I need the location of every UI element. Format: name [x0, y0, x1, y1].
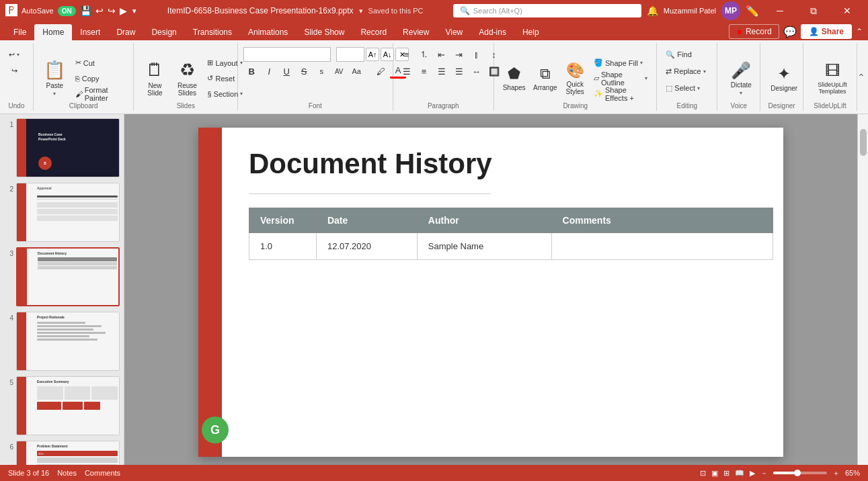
tab-review[interactable]: Review	[395, 24, 437, 40]
change-case-button[interactable]: Aa	[348, 64, 364, 79]
undo-quick-icon[interactable]: ↩	[95, 5, 104, 16]
undo-button[interactable]: ↩ ▾	[5, 47, 23, 62]
slide-preview-5[interactable]: Executive Summary	[16, 376, 120, 435]
close-button[interactable]: ✕	[832, 0, 863, 21]
tab-insert[interactable]: Insert	[72, 24, 108, 40]
user-avatar[interactable]: MP	[721, 1, 740, 20]
justify-button[interactable]: ☰	[451, 64, 467, 79]
canvas-area[interactable]: G Document History Version Date Author C…	[124, 114, 857, 465]
slide-sorter-icon[interactable]: ⊞	[723, 469, 729, 478]
tab-animations[interactable]: Animations	[240, 24, 296, 40]
reuse-slides-button[interactable]: ♻ Reuse Slides	[171, 56, 202, 101]
slide-preview-6[interactable]: Problem Statement 65%	[16, 441, 120, 465]
notes-button[interactable]: Notes	[57, 469, 77, 477]
text-direction-button[interactable]: ↔	[469, 64, 485, 79]
strikethrough-button[interactable]: S	[296, 64, 312, 79]
align-right-button[interactable]: ☰	[434, 64, 450, 79]
decrease-font-button[interactable]: A↓	[381, 48, 394, 61]
italic-button[interactable]: I	[261, 64, 277, 79]
shape-fill-button[interactable]: 🪣 Shape Fill ▾	[590, 56, 651, 71]
shapes-button[interactable]: ⬟ Shapes	[500, 56, 528, 101]
dropdown-quick-icon[interactable]: ▼	[131, 7, 138, 15]
bold-button[interactable]: B	[243, 64, 260, 79]
slideshow-icon[interactable]: ▶	[750, 469, 755, 478]
shadow-button[interactable]: s	[313, 64, 329, 79]
alert-icon[interactable]: 🔔	[647, 5, 658, 16]
dictate-button[interactable]: 🎤 Dictate ▾	[723, 56, 759, 101]
zoom-out-button[interactable]: －	[760, 468, 768, 478]
fit-slide-icon[interactable]: ⊡	[700, 469, 706, 478]
slide-preview-2[interactable]: Approval	[16, 183, 120, 242]
restore-button[interactable]: ⧉	[798, 0, 829, 21]
new-slide-button[interactable]: 🗒 New Slide	[139, 56, 170, 101]
slide-thumb-3[interactable]: 3 Document History	[3, 246, 121, 308]
comments-icon[interactable]: 💬	[783, 26, 797, 38]
font-name-input[interactable]	[243, 47, 331, 62]
save-icon[interactable]: 💾	[80, 5, 91, 16]
tab-addins[interactable]: Add-ins	[471, 24, 514, 40]
cut-button[interactable]: ✂ Cut	[72, 56, 128, 71]
font-size-input[interactable]	[336, 47, 364, 62]
tab-slideshow[interactable]: Slide Show	[296, 24, 352, 40]
reading-view-icon[interactable]: 📖	[735, 469, 744, 478]
tab-file[interactable]: File	[5, 24, 34, 40]
slide-thumb-2[interactable]: 2 Approval	[3, 181, 121, 243]
tab-help[interactable]: Help	[514, 24, 547, 40]
align-center-button[interactable]: ≡	[416, 64, 432, 79]
autosave-toggle[interactable]: ON	[58, 6, 76, 16]
format-painter-button[interactable]: 🖌 Format Painter	[72, 87, 128, 101]
ribbon-group-slides: 🗒 New Slide ♻ Reuse Slides ⊞ Layout ▾ ↺ …	[134, 43, 238, 111]
slide-preview-4[interactable]: Project Rationale	[16, 312, 120, 371]
zoom-level[interactable]: 65%	[845, 469, 860, 477]
increase-font-button[interactable]: A↑	[366, 48, 379, 61]
slide-preview-3[interactable]: Document History	[16, 247, 120, 306]
arrange-button[interactable]: ⧉ Arrange	[530, 56, 559, 101]
quick-styles-button[interactable]: 🎨 Quick Styles	[561, 56, 588, 101]
bullets-button[interactable]: ≡	[399, 47, 415, 62]
shape-effects-button[interactable]: ✨ Shape Effects +	[590, 87, 651, 101]
present-icon[interactable]: ▶	[120, 5, 127, 16]
tab-view[interactable]: View	[437, 24, 471, 40]
slide-thumb-6[interactable]: 6 Problem Statement 65%	[3, 439, 121, 465]
designer-button[interactable]: ✦ Designer	[766, 56, 802, 101]
tab-transitions[interactable]: Transitions	[185, 24, 240, 40]
redo-quick-icon[interactable]: ↪	[108, 5, 116, 16]
tab-home[interactable]: Home	[34, 24, 72, 40]
slide-thumb-4[interactable]: 4 Project Rationale	[3, 310, 121, 372]
tab-record[interactable]: Record	[352, 24, 395, 40]
normal-view-icon[interactable]: ▣	[711, 469, 718, 478]
zoom-slider-thumb[interactable]	[794, 470, 801, 476]
select-button[interactable]: ⬚ Select ▾	[662, 81, 709, 95]
share-button[interactable]: 👤 Share	[801, 24, 852, 39]
record-button[interactable]: ⏺ Record	[729, 24, 779, 39]
tab-draw[interactable]: Draw	[108, 24, 143, 40]
slide-thumb-5[interactable]: 5 Executive Summary	[3, 375, 121, 437]
decrease-indent-button[interactable]: ⇤	[434, 47, 450, 62]
replace-button[interactable]: ⇄ Replace ▾	[662, 64, 709, 79]
minimize-button[interactable]: ─	[764, 0, 795, 21]
columns-button[interactable]: ⫿	[469, 47, 485, 62]
comments-button[interactable]: Comments	[85, 469, 120, 477]
highlight-button[interactable]: 🖊	[372, 64, 389, 79]
align-left-button[interactable]: ☰	[399, 64, 415, 79]
search-box[interactable]: 🔍 Search (Alt+Q)	[453, 4, 641, 17]
ribbon-collapse-btn[interactable]: ⌃	[857, 72, 865, 83]
vertical-scrollbar[interactable]	[860, 129, 867, 156]
redo-button[interactable]: ↪	[8, 63, 21, 78]
paste-button[interactable]: 📋 Paste ▾	[39, 56, 71, 101]
zoom-slider[interactable]	[773, 472, 827, 474]
numbered-list-button[interactable]: ⒈	[416, 47, 432, 62]
increase-indent-button[interactable]: ⇥	[451, 47, 467, 62]
char-spacing-button[interactable]: AV	[331, 64, 347, 79]
pen-icon[interactable]: ✏️	[746, 5, 759, 17]
tab-design[interactable]: Design	[143, 24, 184, 40]
underline-button[interactable]: U	[278, 64, 294, 79]
copy-button[interactable]: ⎘ Copy	[72, 71, 128, 86]
slideuplift-templates-button[interactable]: 🎞 SlideUpLift Templates	[809, 56, 856, 101]
slide-preview-1[interactable]: Business CasePowerPoint Deck B	[16, 118, 120, 177]
slide-thumb-1[interactable]: 1 Business CasePowerPoint Deck B	[3, 117, 121, 179]
ribbon-collapse-icon[interactable]: ⌃	[856, 27, 863, 36]
shape-outline-button[interactable]: ▱ Shape Outline ▾	[590, 71, 651, 86]
find-button[interactable]: 🔍 Find	[662, 47, 709, 62]
zoom-in-button[interactable]: ＋	[832, 468, 840, 478]
